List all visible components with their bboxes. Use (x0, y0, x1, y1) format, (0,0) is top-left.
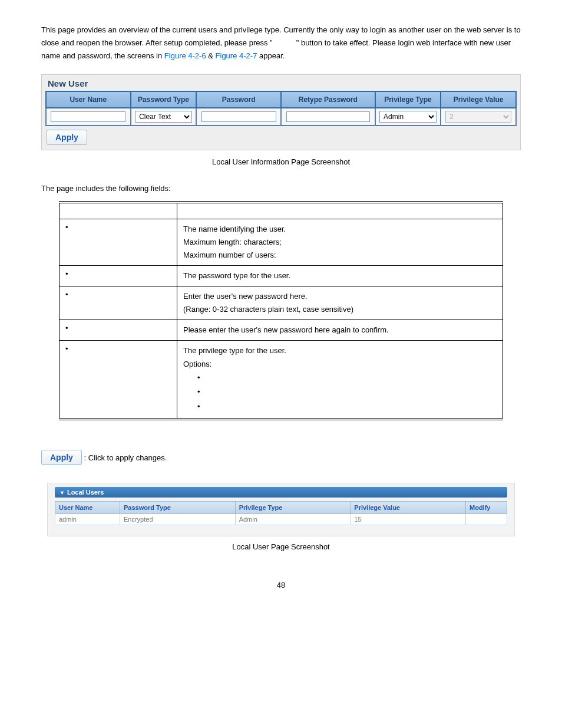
intro-text-3b: appear. (257, 51, 285, 60)
apply-description: : Click to apply changes. (84, 453, 167, 462)
apply-button[interactable]: Apply (47, 130, 87, 145)
local-users-table: User Name Password Type Privilege Type P… (55, 501, 507, 525)
chevron-down-icon: ▼ (59, 490, 65, 496)
lu-cell-priv-type: Admin (235, 513, 351, 525)
spec-row-username: • The name identifying the user. Maximum… (59, 219, 503, 265)
lu-cell-password-type: Encrypted (120, 513, 236, 525)
new-user-form-table: User Name Password Type Password Retype … (45, 91, 517, 126)
th-password: Password (196, 91, 281, 108)
th-user-name: User Name (46, 91, 131, 108)
spec-row-priv-type: • The privilege type for the user. Optio… (59, 341, 503, 419)
spec-row-password-type: • The password type for the user. (59, 266, 503, 286)
local-users-row: admin Encrypted Admin 15 (55, 513, 507, 525)
lu-th-priv-value: Privilege Value (351, 501, 466, 513)
spec-row-password: • Enter the user's new password here. (R… (59, 286, 503, 320)
new-user-title: New User (48, 78, 517, 88)
local-users-header[interactable]: ▼Local Users (55, 487, 507, 498)
intro-paragraph: This page provides an overview of the cu… (41, 24, 521, 62)
lu-th-password-type: Password Type (120, 501, 236, 513)
th-priv-type: Privilege Type (375, 91, 441, 108)
retype-password-input[interactable] (286, 111, 370, 122)
user-name-input[interactable] (51, 111, 125, 122)
spec-header-desc (177, 202, 503, 219)
intro-text-2b: " button to take effect. Please login we… (296, 38, 431, 47)
lu-th-modify: Modify (466, 501, 507, 513)
new-user-panel: New User User Name Password Type Passwor… (41, 74, 521, 150)
buttons-section: Apply : Click to apply changes. (41, 450, 521, 465)
spec-row-retype: • Please enter the user's new password h… (59, 320, 503, 341)
amp: & (206, 51, 216, 60)
priv-value-select: 2 (445, 111, 511, 123)
lu-cell-priv-value: 15 (351, 513, 466, 525)
lu-th-username: User Name (55, 501, 120, 513)
local-users-panel: ▼Local Users User Name Password Type Pri… (47, 483, 515, 536)
local-users-title: Local Users (67, 489, 104, 496)
lu-cell-username: admin (55, 513, 120, 525)
caption-local-user-info: Local User Information Page Screenshot (41, 157, 521, 166)
th-retype-password: Retype Password (281, 91, 375, 108)
intro-text-1: This page provides an overview of the cu… (41, 25, 481, 34)
lu-th-priv-type: Privilege Type (235, 501, 351, 513)
lu-cell-modify[interactable] (466, 513, 507, 525)
figure-link-4-2-6[interactable]: Figure 4-2-6 (164, 51, 206, 60)
figure-link-4-2-7[interactable]: Figure 4-2-7 (216, 51, 257, 60)
page-number: 48 (41, 581, 521, 589)
password-type-select[interactable]: Clear Text (135, 111, 192, 123)
password-input[interactable] (201, 111, 276, 122)
th-password-type: Password Type (131, 91, 197, 108)
spec-header-object (59, 202, 177, 219)
th-priv-value: Privilege Value (441, 91, 516, 108)
caption-local-user: Local User Page Screenshot (41, 542, 521, 551)
spec-table: • The name identifying the user. Maximum… (59, 201, 503, 420)
fields-heading: The page includes the following fields: (41, 184, 521, 193)
apply-button-inline[interactable]: Apply (41, 450, 82, 465)
priv-type-select[interactable]: Admin (379, 111, 437, 123)
